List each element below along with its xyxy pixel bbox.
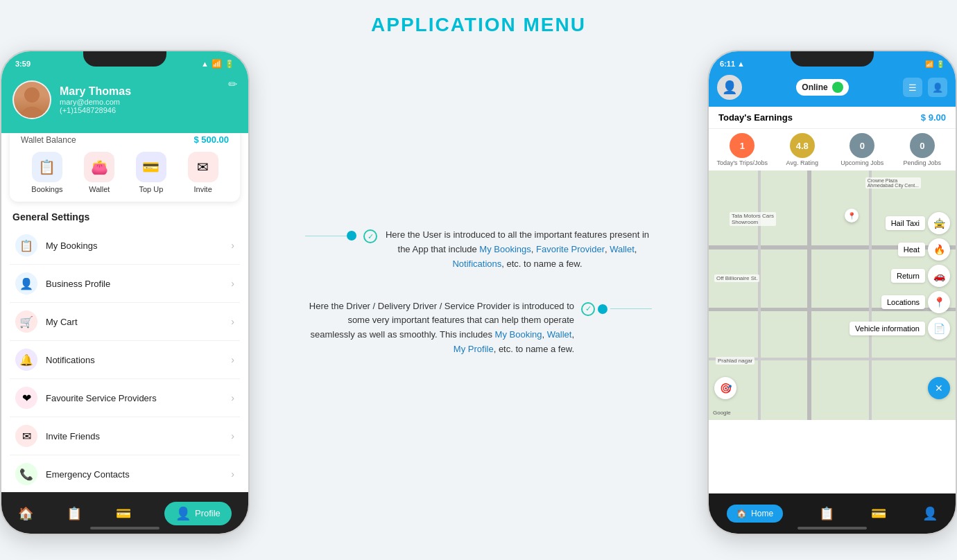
topup-icon: 💳 [136, 152, 166, 182]
map-bg: Crowne PlazaAhmedabad City Cent... Tata … [709, 170, 956, 420]
nav-home-right[interactable]: 🏠 Home [727, 505, 783, 523]
annotation-line-right [610, 308, 652, 309]
menu-item-business[interactable]: 👤 Business Profile › [10, 265, 240, 303]
online-label: Online [802, 82, 827, 92]
menu-item-favourites[interactable]: ❤ Favourite Service Providers › [10, 379, 240, 417]
toggle-pill[interactable]: Online [796, 79, 848, 96]
map-label-crowne: Crowne PlazaAhmedabad City Cent... [865, 177, 921, 189]
annotation-text-top: Here the User is introduced to all the i… [383, 228, 652, 271]
stat-pending: 0 Pending Jobs [895, 133, 951, 166]
wallet-card: Wallet Balance $ 500.00 📋 Bookings 👛 Wal… [10, 126, 240, 202]
online-toggle[interactable]: Online [749, 79, 896, 96]
wallet-nav-icon-right: 💳 [871, 506, 886, 521]
menu-icon-btn[interactable]: ☰ [903, 78, 922, 97]
annotation-bottom-dot-line: ✓ [581, 302, 652, 316]
close-btn[interactable]: ✕ [928, 377, 950, 399]
annotation-top-content: ✓ Here the User is introduced to all the… [363, 228, 652, 271]
list-nav-icon-right: 📋 [819, 506, 834, 521]
profile-nav-icon-right: 👤 [922, 506, 938, 521]
action-row-hailtaxi[interactable]: Hail Taxi 🚖 [850, 212, 950, 234]
phone-notch-right [791, 51, 874, 67]
stat-circle-trips: 1 [730, 133, 755, 158]
check-icon-bottom: ✓ [581, 302, 595, 316]
section-title: General Settings [1, 202, 248, 227]
home-nav-icon-right: 🏠 [736, 509, 747, 518]
nav-bookings-left[interactable]: 📋 [67, 506, 82, 521]
highlight-mybooking: My Booking [495, 329, 542, 340]
favourites-menu-label: Favourite Service Providers [46, 393, 231, 403]
arrow-icon-7: › [231, 469, 234, 480]
nav-wallet-left[interactable]: 💳 [116, 506, 131, 521]
profile-nav-label: Profile [195, 508, 221, 518]
locations-btn[interactable]: 📍 [928, 291, 950, 313]
menu-item-emergency[interactable]: 📞 Emergency Contacts › [10, 455, 240, 492]
wallet-amount: $ 500.00 [193, 134, 229, 145]
highlight-myprofile: My Profile [454, 344, 494, 354]
stat-circle-pending: 0 [910, 133, 935, 158]
quick-menu-topup[interactable]: 💳 Top Up [136, 152, 166, 193]
earnings-bar: Today's Earnings $ 9.00 [709, 107, 956, 129]
time-left: 3:59 [15, 60, 31, 68]
toggle-dot [832, 82, 843, 93]
vehicle-btn[interactable]: 📄 [928, 317, 950, 340]
bookings-nav-icon: 📋 [67, 506, 82, 521]
driver-avatar: 👤 [717, 75, 742, 100]
heat-label: Heat [898, 243, 925, 256]
action-row-vehicle[interactable]: Vehicle information 📄 [850, 317, 950, 340]
bookings-menu-icon: 📋 [15, 234, 37, 256]
avatar [12, 80, 51, 119]
highlight-wallet: Wallet [610, 244, 635, 254]
stat-label-upcoming: Upcoming Jobs [840, 159, 883, 166]
time-right: 6:11 ▲ [720, 60, 745, 68]
bookings-menu-label: My Bookings [46, 240, 231, 251]
home-nav-label-right: Home [751, 509, 773, 518]
menu-item-bookings[interactable]: 📋 My Bookings › [10, 227, 240, 265]
heat-btn[interactable]: 🔥 [928, 238, 950, 261]
driver-header: 👤 Online ☰ 👤 [709, 71, 956, 107]
annotation-line-left [305, 236, 347, 236]
quick-menu-bookings[interactable]: 📋 Bookings [31, 152, 62, 193]
cart-menu-label: My Cart [46, 317, 231, 327]
arrow-icon-4: › [231, 354, 234, 365]
quick-menu-wallet[interactable]: 👛 Wallet [84, 152, 114, 193]
menu-item-invite[interactable]: ✉ Invite Friends › [10, 417, 240, 455]
emergency-menu-icon: 📞 [15, 463, 37, 485]
stats-row: 1 Today's Trips/Jobs 4.8 Avg. Rating 0 U… [709, 129, 956, 170]
menu-item-notifications[interactable]: 🔔 Notifications › [10, 341, 240, 379]
return-btn[interactable]: 🚗 [928, 265, 950, 287]
profile-nav-icon: 👤 [175, 506, 191, 521]
user-email: mary@demo.com [60, 98, 131, 106]
avatar-face [14, 80, 50, 119]
nav-wallet-right[interactable]: 💳 [871, 506, 886, 521]
annotation-dot-top [347, 231, 356, 240]
header-icons: ☰ 👤 [903, 78, 947, 97]
stat-upcoming: 0 Upcoming Jobs [834, 133, 890, 166]
action-row-heat[interactable]: Heat 🔥 [850, 238, 950, 261]
locate-btn[interactable]: 🎯 [714, 377, 736, 399]
battery-icon-right: 🔋 [936, 60, 945, 68]
action-row-locations[interactable]: Locations 📍 [850, 291, 950, 313]
status-icons-left: ▲ 📶 🔋 [201, 59, 234, 69]
highlight-wallet2: Wallet [547, 329, 572, 340]
road-v3 [758, 170, 761, 420]
profile-icon-btn[interactable]: 👤 [928, 78, 947, 97]
invite-menu-icon: ✉ [15, 425, 37, 447]
nav-profile-left[interactable]: 👤 Profile [164, 502, 232, 525]
left-phone: 3:59 ▲ 📶 🔋 ✏ Mary Thomas mary@demo.com [0, 50, 250, 535]
google-label: Google [713, 410, 731, 416]
nav-list-right[interactable]: 📋 [819, 506, 834, 521]
nav-home-left[interactable]: 🏠 [18, 506, 33, 521]
map-label-billionaire: Off Billionaire St. [714, 274, 759, 282]
quick-menu-invite[interactable]: ✉ Invite [188, 152, 218, 193]
edit-icon[interactable]: ✏ [228, 78, 237, 91]
menu-item-cart[interactable]: 🛒 My Cart › [10, 303, 240, 341]
road-v1 [807, 170, 811, 420]
nav-profile-right[interactable]: 👤 [922, 506, 938, 521]
arrow-icon-5: › [231, 392, 234, 403]
wallet-nav-icon: 💳 [116, 506, 131, 521]
hailtaxi-btn[interactable]: 🚖 [928, 212, 950, 234]
user-info: Mary Thomas mary@demo.com (+1)1548728946 [12, 80, 237, 119]
action-row-return[interactable]: Return 🚗 [850, 265, 950, 287]
map-area[interactable]: Crowne PlazaAhmedabad City Cent... Tata … [709, 170, 956, 420]
stat-circle-rating: 4.8 [790, 133, 815, 158]
